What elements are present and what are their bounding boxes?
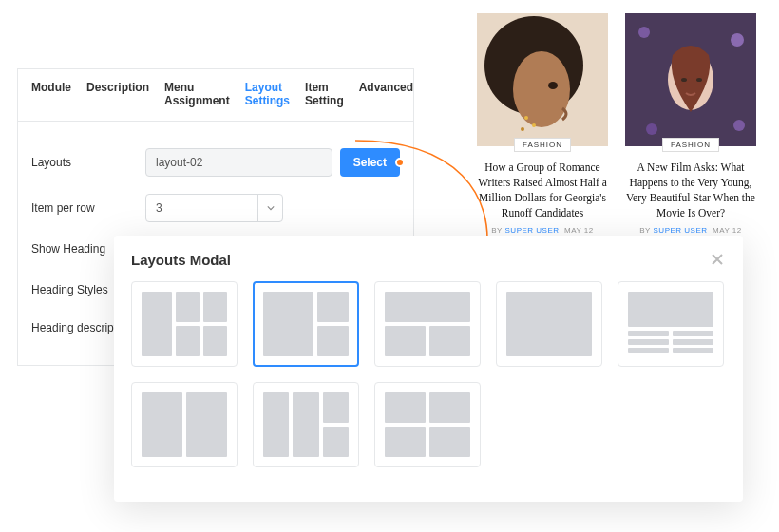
svg-point-10 [646, 124, 657, 135]
card-title: A New Film Asks: What Happens to the Ver… [625, 160, 756, 220]
card-title: How a Group of Romance Writers Raised Al… [477, 160, 608, 220]
modal-header: Layouts Modal [131, 251, 726, 268]
svg-point-14 [696, 78, 702, 82]
category-badge: FASHION [514, 138, 571, 152]
preview-panel: FASHION How a Group of Romance Writers R… [477, 13, 756, 235]
card-image: FASHION [625, 13, 756, 146]
tab-layout-settings[interactable]: Layout Settings [238, 69, 297, 121]
tab-advanced[interactable]: Advanced [352, 69, 421, 121]
svg-point-9 [731, 33, 744, 47]
tab-description[interactable]: Description [79, 69, 157, 121]
layouts-label: Layouts [31, 156, 145, 169]
card-author: SUPER USER [505, 226, 560, 235]
layout-option-1[interactable] [131, 281, 238, 367]
svg-point-3 [548, 82, 558, 89]
tab-item-setting[interactable]: Item Setting [297, 69, 352, 121]
card-image: FASHION [477, 13, 608, 146]
layout-option-6[interactable] [131, 382, 238, 467]
svg-point-13 [681, 78, 687, 82]
svg-point-6 [521, 127, 524, 131]
item-per-row-value: 3 [156, 201, 162, 215]
row-layouts: Layouts Select [31, 148, 400, 177]
tab-module[interactable]: Module [24, 69, 79, 121]
select-indicator-dot [395, 158, 405, 167]
layouts-modal: Layouts Modal [114, 236, 743, 502]
tabs-bar: Module Description Menu Assignment Layou… [18, 69, 413, 122]
close-icon[interactable] [709, 251, 726, 268]
row-item-per-row: Item per row 3 [31, 194, 400, 222]
layout-option-7[interactable] [253, 382, 359, 467]
card-author: SUPER USER [654, 226, 708, 235]
svg-point-8 [638, 27, 650, 38]
preview-card-2: FASHION A New Film Asks: What Happens to… [625, 13, 756, 235]
svg-point-5 [532, 124, 536, 127]
layout-option-4[interactable] [496, 281, 602, 367]
layout-option-5[interactable] [618, 281, 724, 367]
item-per-row-label: Item per row [31, 201, 145, 215]
svg-point-2 [513, 51, 570, 127]
layouts-input[interactable] [145, 148, 332, 177]
item-per-row-select[interactable]: 3 [145, 194, 283, 222]
chevron-down-icon [257, 195, 282, 221]
layout-option-8[interactable] [374, 382, 481, 467]
svg-point-11 [733, 120, 745, 131]
layout-option-3[interactable] [374, 281, 481, 367]
card-meta: BY SUPER USER MAY 12 [477, 226, 608, 235]
category-badge: FASHION [662, 138, 719, 152]
tab-menu-assignment[interactable]: Menu Assignment [157, 69, 238, 121]
modal-title: Layouts Modal [131, 252, 231, 268]
select-layout-button[interactable]: Select [340, 148, 400, 177]
select-button-label: Select [353, 156, 387, 169]
layout-option-2[interactable] [253, 281, 359, 367]
layout-options [131, 281, 726, 467]
svg-point-4 [524, 116, 528, 120]
preview-card-1: FASHION How a Group of Romance Writers R… [477, 13, 608, 235]
card-meta: BY SUPER USER MAY 12 [625, 226, 756, 235]
